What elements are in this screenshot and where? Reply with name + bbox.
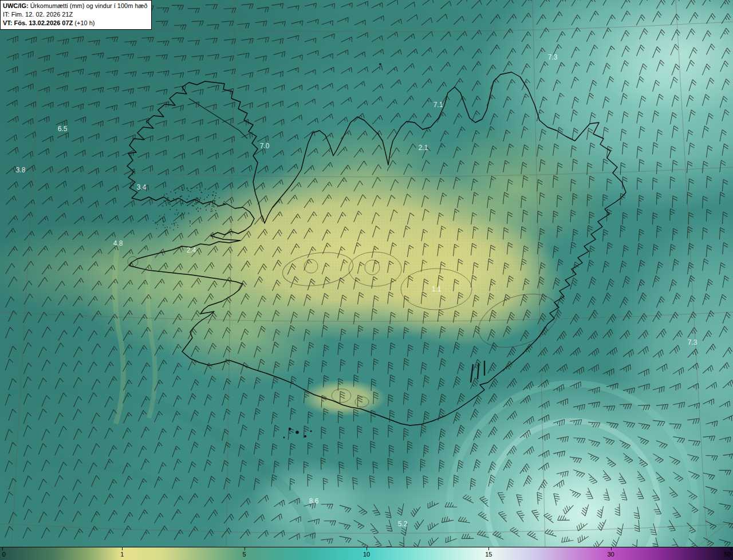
precip-value-label: 3.8 xyxy=(16,166,26,174)
colorbar-tick-label: 5 xyxy=(243,551,246,558)
weather-map-frame: 7.37.16.57.02.13.83.44.82.41.17.38.65.2 … xyxy=(0,0,733,560)
product-title-line: UWC/IG: Úrkomumætti (mm) og vindur í 100… xyxy=(3,2,147,10)
precip-value-label: 6.5 xyxy=(58,125,68,133)
precip-value-label: 8.6 xyxy=(309,497,319,505)
product-label: UWC/IG: xyxy=(3,2,29,9)
precip-value-label: 3.4 xyxy=(137,183,147,191)
weather-map-canvas: 7.37.16.57.02.13.83.44.82.41.17.38.65.2 xyxy=(0,0,733,548)
precip-field-background xyxy=(0,0,733,548)
precip-value-label: 5.2 xyxy=(398,520,408,528)
precip-value-label: 2.1 xyxy=(419,144,428,152)
colorbar-tick-label: 1 xyxy=(120,551,124,558)
precip-colorbar: 01510153050 xyxy=(0,547,733,560)
precip-value-label: 4.8 xyxy=(113,239,123,247)
product-title: Úrkomumætti (mm) og vindur í 100m hæð xyxy=(29,2,148,9)
colorbar-tick-label: 50 xyxy=(724,551,731,558)
precip-value-label: 7.0 xyxy=(260,142,270,150)
precip-value-label: 7.1 xyxy=(434,101,443,109)
map-info-box: UWC/IG: Úrkomumætti (mm) og vindur í 100… xyxy=(0,0,152,30)
precip-value-label: 1.1 xyxy=(432,285,442,293)
colorbar-tick-label: 0 xyxy=(2,551,6,558)
precip-value-label: 7.3 xyxy=(548,53,558,61)
colorbar-tick xyxy=(611,547,612,550)
colorbar-tick xyxy=(245,547,245,550)
precip-value-label: 2.4 xyxy=(187,246,196,254)
valid-time-offset: (+10 h) xyxy=(73,19,94,26)
colorbar-tick xyxy=(122,547,123,550)
colorbar-tick xyxy=(366,547,367,550)
colorbar-tick xyxy=(488,547,489,550)
colorbar-tick-label: 15 xyxy=(485,551,492,558)
valid-time: VT: Fös. 13.02.2026 07Z xyxy=(3,19,73,26)
colorbar-tick-label: 10 xyxy=(363,551,370,558)
valid-time-line: VT: Fös. 13.02.2026 07Z (+10 h) xyxy=(3,19,147,27)
colorbar-tick-label: 30 xyxy=(607,551,614,558)
init-time-line: IT: Fim. 12. 02. 2026 21Z xyxy=(3,10,147,19)
colorbar-tick xyxy=(731,547,731,550)
colorbar-tick xyxy=(2,547,3,550)
precip-value-label: 7.3 xyxy=(688,338,697,346)
